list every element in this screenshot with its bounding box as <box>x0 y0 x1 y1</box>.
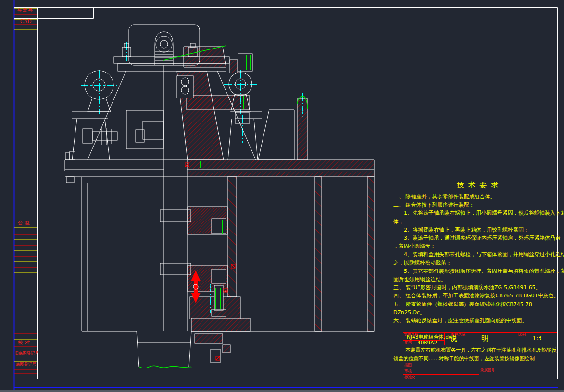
title-block-note-line1: 本装置左右舵机布置各一具，左右之别在于注油孔和排水孔及蜗轮反 <box>405 347 557 354</box>
section-hatching <box>177 47 374 353</box>
break-line <box>139 366 191 368</box>
old-base-reg-label: 旧底图登记号 <box>14 351 39 355</box>
cad-application-window: 光盘号 CAD 会 签 校 对 旧底图登记号 底图登记号 技 术 要 求 一、 … <box>0 0 564 392</box>
drawing-no-value: 40B9A2 <box>417 340 437 345</box>
proof-label: 校 对 <box>18 340 30 345</box>
title-block-note-line2: 馈盘的位置不同……对称于舵的中线面，左旋装置按镜像图绘制 <box>393 355 535 362</box>
sign-label: 会 签 <box>18 220 30 225</box>
drawing-name-value: 说明 <box>450 334 513 343</box>
cad-label: CAD <box>20 19 32 24</box>
scale-value: 1:3 <box>517 335 557 342</box>
technical-requirements: 技 术 要 求 一、 除锚座外，其余零部件装配成组合体。二、 组合体按下列顺序进… <box>393 181 563 325</box>
file-name-value: NJ43电舵组合体.dwg <box>407 334 456 340</box>
standardization-label: 标准化 <box>404 375 415 379</box>
base-reg-label: 底图登记号 <box>16 362 37 367</box>
belonging-no-label: 隶属图号 <box>480 368 495 372</box>
technical-requirements-body: 一、 除锚座外，其余零部件装配成组合体。二、 组合体按下列顺序进行装配： 1、先… <box>393 193 563 325</box>
disc-no-label: 光盘号 <box>17 8 33 13</box>
drawing-no-label: 图号 <box>405 341 412 345</box>
check-label: 审核 <box>404 369 412 373</box>
tracing-label: 描图 <box>404 363 412 367</box>
technical-requirements-title: 技 术 要 求 <box>393 181 563 190</box>
